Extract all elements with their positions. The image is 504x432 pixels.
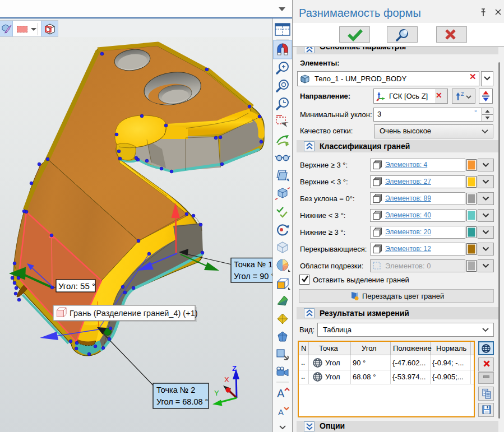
svg-text:Точка № 1: Точка № 1: [234, 260, 272, 269]
svg-text:Точка № 2: Точка № 2: [156, 385, 195, 394]
svg-text:Грань (Разделение граней_4) (+: Грань (Разделение граней_4) (+1): [70, 309, 198, 318]
svg-text:A: A: [278, 407, 284, 417]
svg-text:X: X: [224, 375, 229, 384]
svg-text:Угол: 55 °: Угол: 55 °: [58, 281, 95, 291]
svg-text:Угол = 68.08 °: Угол = 68.08 °: [156, 397, 208, 406]
svg-text:Z: Z: [461, 91, 464, 97]
svg-text:Угол = 90 °: Угол = 90 °: [234, 272, 273, 281]
svg-text:A: A: [277, 387, 285, 400]
svg-text:Y: Y: [214, 389, 219, 397]
svg-text:Z: Z: [232, 364, 237, 373]
